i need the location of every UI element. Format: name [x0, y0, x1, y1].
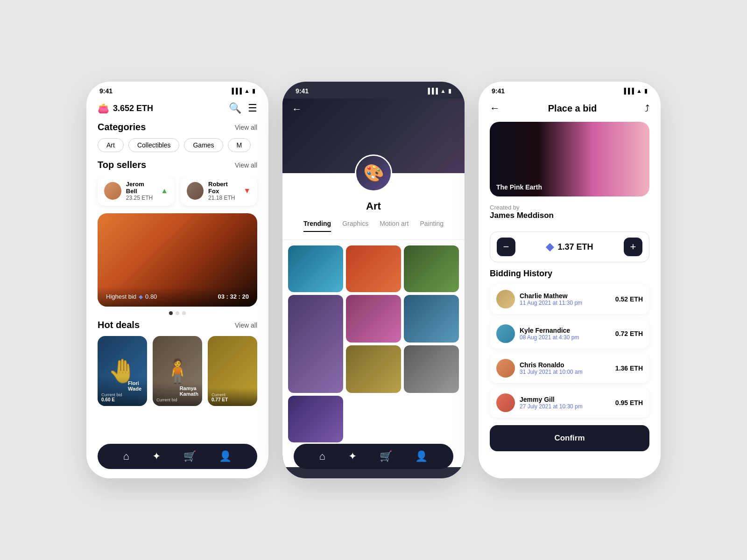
- confirm-button[interactable]: Confirm: [490, 425, 649, 451]
- seller-card-1[interactable]: Jerom Bell 23.25 ETH ▲: [98, 176, 175, 206]
- phone-2: 9:41 ▐▐▐ ▲ ▮ ← 🎨 Art Trending Graphics M…: [282, 82, 465, 478]
- nav-cart-1[interactable]: 🛒: [183, 450, 196, 462]
- art-category-avatar: 🎨: [355, 154, 392, 192]
- grid-item-3[interactable]: [404, 245, 459, 292]
- deal-card-3[interactable]: Current 0.77 ET: [208, 336, 257, 406]
- trend-down-icon: ▼: [243, 187, 251, 195]
- page-title-3: Place a bid: [548, 103, 597, 114]
- categories-list: Art Collectibles Games M: [86, 138, 268, 160]
- nav-explore-2[interactable]: ✦: [348, 450, 357, 462]
- grid-item-6[interactable]: [404, 295, 459, 343]
- deal-name-1: Flori Wade: [101, 380, 143, 392]
- nav-home-2[interactable]: ⌂: [319, 450, 325, 462]
- tab-trending[interactable]: Trending: [303, 220, 331, 232]
- grid-item-2[interactable]: [346, 245, 401, 292]
- nav-home-1[interactable]: ⌂: [123, 450, 129, 462]
- seller-card-2[interactable]: Robert Fox 21.18 ETH ▼: [180, 176, 257, 206]
- artwork-hero: The Pink Earth: [490, 122, 649, 196]
- bid-avatar-3: [496, 359, 515, 378]
- tab-motion-art[interactable]: Motion art: [380, 220, 409, 232]
- top-sellers-view-all[interactable]: View all: [235, 161, 257, 169]
- bid-user-4: Jemmy Gill 27 July 2021 at 10:30 pm: [496, 393, 583, 412]
- nav-profile-2[interactable]: 👤: [415, 450, 428, 462]
- time-3: 9:41: [492, 87, 505, 95]
- grid-item-7[interactable]: [346, 345, 401, 393]
- hot-deals-title: Hot deals: [98, 320, 140, 330]
- hot-deals-view-all[interactable]: View all: [235, 322, 257, 329]
- wifi-icon-2: ▲: [440, 88, 446, 94]
- bid-user-1: Charlie Mathew 11 Aug 2021 at 11:30 pm: [496, 290, 582, 308]
- signal-icon-2: ▐▐▐: [426, 88, 438, 94]
- categories-header: Categories View all: [86, 122, 268, 138]
- art-grid: [282, 240, 465, 448]
- battery-icon: ▮: [252, 88, 255, 94]
- seller-info-1: Jerom Bell 23.25 ETH: [126, 181, 156, 201]
- creator-name: James Meddison: [490, 211, 649, 220]
- deal-card-1[interactable]: 🤚 Flori Wade Current bid 0.60 E: [98, 336, 147, 406]
- deal-name-2: Ramya Kamath: [156, 385, 198, 397]
- bid-user-2: Kyle Fernandice 08 Aug 2021 at 4:30 pm: [496, 324, 579, 343]
- dot-3: [182, 311, 186, 315]
- highest-bid-text: Highest bid: [106, 293, 136, 300]
- deal-overlay-2: Ramya Kamath Current bid: [153, 382, 202, 406]
- bid-input-row: − ◆ 1.37 ETH +: [490, 231, 649, 262]
- bid-user-info-2: Kyle Fernandice 08 Aug 2021 at 4:30 pm: [520, 327, 579, 341]
- category-games[interactable]: Games: [184, 138, 223, 152]
- search-icon[interactable]: 🔍: [229, 102, 241, 114]
- menu-icon[interactable]: ☰: [248, 102, 257, 114]
- battery-icon-3: ▮: [644, 88, 648, 94]
- nav-profile-1[interactable]: 👤: [219, 450, 232, 462]
- nav-explore-1[interactable]: ✦: [152, 450, 161, 462]
- bid-amount: 0.80: [145, 293, 157, 300]
- trend-up-icon: ▲: [161, 187, 168, 195]
- grid-item-4[interactable]: [288, 295, 343, 393]
- time-2: 9:41: [296, 87, 309, 95]
- signal-icon-3: ▐▐▐: [622, 88, 634, 94]
- bid-overlay: Highest bid ◆ 0.80 03 : 32 : 20: [98, 287, 257, 307]
- sellers-row: Jerom Bell 23.25 ETH ▲ Robert Fox 21.18 …: [86, 176, 268, 213]
- bid-item-3: Chris Ronaldo 31 July 2021 at 10:00 am 1…: [490, 353, 649, 383]
- creator-info: Created by James Meddison: [479, 196, 661, 225]
- bid-avatar-2: [496, 324, 515, 343]
- bid-amount: 1.37 ETH: [557, 242, 593, 252]
- bid-name-4: Jemmy Gill: [520, 396, 583, 403]
- nav-cart-2[interactable]: 🛒: [380, 450, 392, 462]
- grid-item-5[interactable]: [346, 295, 401, 343]
- bid-amount-3: 1.36 ETH: [615, 364, 643, 372]
- grid-item-8[interactable]: [404, 345, 459, 393]
- category-art[interactable]: Art: [98, 138, 124, 152]
- battery-icon-2: ▮: [448, 88, 451, 94]
- deal-bid-3: Current 0.77 ET: [211, 392, 254, 402]
- seller-name-1: Jerom Bell: [126, 181, 156, 195]
- bid-amount-2: 0.72 ETH: [615, 330, 643, 337]
- grid-item-1[interactable]: [288, 245, 343, 292]
- category-more[interactable]: M: [228, 138, 251, 152]
- p1-header: 👛 3.652 ETH 🔍 ☰: [86, 98, 268, 122]
- bid-plus-button[interactable]: +: [624, 238, 642, 256]
- art-category-title: Art: [282, 196, 465, 220]
- share-icon[interactable]: ⤴: [645, 103, 649, 114]
- featured-image[interactable]: Highest bid ◆ 0.80 03 : 32 : 20: [98, 213, 257, 307]
- bid-item-2: Kyle Fernandice 08 Aug 2021 at 4:30 pm 0…: [490, 319, 649, 349]
- categories-view-all[interactable]: View all: [235, 124, 257, 131]
- tab-graphics[interactable]: Graphics: [342, 220, 368, 232]
- bid-name-2: Kyle Fernandice: [520, 327, 579, 334]
- deal-card-2[interactable]: 🧍 Ramya Kamath Current bid: [153, 336, 202, 406]
- grid-item-9[interactable]: [288, 396, 343, 442]
- category-collectibles[interactable]: Collectibles: [128, 138, 180, 152]
- bid-name-1: Charlie Mathew: [520, 292, 582, 300]
- bid-minus-button[interactable]: −: [497, 238, 515, 256]
- bid-amount-4: 0.95 ETH: [615, 399, 643, 406]
- deal-bid-2: Current bid: [156, 398, 198, 402]
- artwork-title: The Pink Earth: [496, 183, 542, 191]
- status-icons-1: ▐▐▐ ▲ ▮: [230, 88, 255, 94]
- back-button-2[interactable]: ←: [292, 103, 302, 115]
- tab-painting[interactable]: Painting: [420, 220, 444, 232]
- seller-name-2: Robert Fox: [208, 181, 239, 195]
- bid-user-info-3: Chris Ronaldo 31 July 2021 at 10:00 am: [520, 361, 583, 375]
- bid-amount-1: 0.52 ETH: [615, 295, 643, 303]
- p2-content: Art Trending Graphics Motion art Paintin…: [282, 173, 465, 467]
- bid-history-list: Charlie Mathew 11 Aug 2021 at 11:30 pm 0…: [479, 284, 661, 418]
- back-button-3[interactable]: ←: [490, 102, 500, 114]
- phone-3: 9:41 ▐▐▐ ▲ ▮ ← Place a bid ⤴ The Pink Ea…: [479, 82, 661, 478]
